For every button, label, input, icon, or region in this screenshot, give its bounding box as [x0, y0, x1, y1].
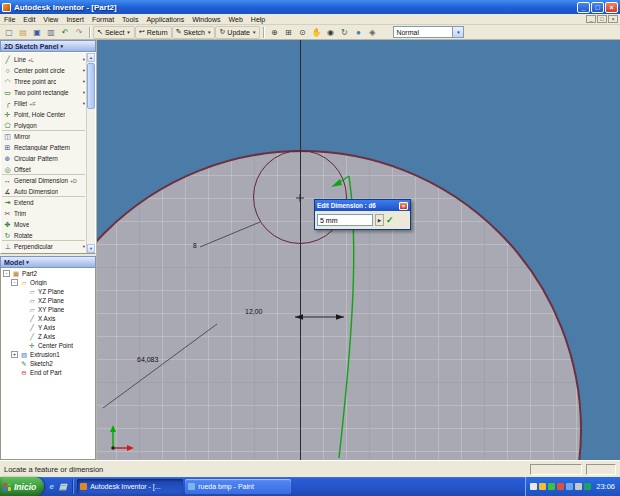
update-button[interactable]: ↻ Update ▼ [215, 26, 260, 39]
sketch-tool-item[interactable]: ✛ Point, Hole Center [2, 109, 85, 120]
tree-node[interactable]: ╱ Y Axis [1, 323, 95, 332]
sketch-tool-item[interactable]: ⇥ Extend [2, 197, 85, 208]
tree-node[interactable]: - ▱ Origin [1, 278, 95, 287]
scroll-up-icon[interactable]: ▲ [87, 53, 95, 62]
chevron-down-icon[interactable]: ▾ [83, 244, 85, 249]
taskbar-clock[interactable]: 23:06 [596, 482, 615, 491]
show-desktop-icon[interactable]: ▤ [58, 482, 67, 491]
tree-node-label[interactable]: Y Axis [38, 324, 55, 331]
tree-node-label[interactable]: Center Point [38, 342, 73, 349]
tray-icon-2[interactable] [539, 483, 546, 490]
look-at-icon[interactable]: ◉ [323, 26, 337, 39]
menu-item[interactable]: Web [225, 16, 247, 23]
chevron-down-icon[interactable]: ▼ [453, 26, 464, 38]
maximize-button[interactable]: □ [591, 2, 604, 13]
style-combo[interactable]: Normal ▼ [393, 26, 464, 38]
dimension-label[interactable]: 64,083 [137, 356, 158, 363]
select-button[interactable]: ↖ Select ▼ [93, 26, 135, 39]
tree-node[interactable]: ▱ XY Plane [1, 305, 95, 314]
chevron-down-icon[interactable]: ▾ [83, 68, 85, 73]
zoom-all-icon[interactable]: ⊕ [267, 26, 281, 39]
flyout-arrow-icon[interactable]: ▶ [375, 214, 384, 226]
taskbar-task-button[interactable]: Autodesk Inventor - [... [77, 479, 183, 494]
sketch-button[interactable]: ✎ Sketch ▼ [172, 26, 216, 39]
tree-node-label[interactable]: Sketch2 [30, 360, 53, 367]
rotate-view-icon[interactable]: ↻ [337, 26, 351, 39]
tree-node-label[interactable]: Origin [30, 279, 47, 286]
sketch-tool-item[interactable]: ✂ Trim [2, 208, 85, 219]
start-button[interactable]: Inicio [0, 477, 44, 496]
chevron-down-icon[interactable]: ▾ [83, 79, 85, 84]
scrollbar-thumb[interactable] [87, 63, 95, 109]
sketch-tool-item[interactable]: ◎ Offset [2, 164, 85, 175]
mdi-close-button[interactable]: × [608, 15, 618, 23]
tree-node-label[interactable]: Part2 [22, 270, 37, 277]
tree-node-label[interactable]: YZ Plane [38, 288, 64, 295]
tree-node[interactable]: ▱ XZ Plane [1, 296, 95, 305]
tree-node[interactable]: ▱ YZ Plane [1, 287, 95, 296]
tray-icon-1[interactable] [530, 483, 537, 490]
sketch-tool-item[interactable]: ○ Center point circle ▾ [2, 65, 85, 76]
menu-item[interactable]: View [39, 16, 62, 23]
menu-item[interactable]: Edit [19, 16, 39, 23]
sketch-tool-item[interactable]: ▭ Two point rectangle ▾ [2, 87, 85, 98]
sketch-panel-header[interactable]: 2D Sketch Panel ▾ [0, 40, 96, 52]
menu-item[interactable]: Windows [188, 16, 224, 23]
tree-expander[interactable]: + [11, 351, 18, 358]
dimension-value-input[interactable] [317, 214, 373, 226]
dialog-close-button[interactable]: × [399, 202, 408, 210]
sketch-tool-item[interactable]: ╭ Fillet +F ▾ [2, 98, 85, 109]
tree-expander[interactable]: - [11, 279, 18, 286]
close-button[interactable]: × [605, 2, 618, 13]
sketch-panel-scrollbar[interactable]: ▲ ▼ [86, 53, 95, 253]
tray-icon-4[interactable] [557, 483, 564, 490]
tray-icon-3[interactable] [548, 483, 555, 490]
chevron-down-icon[interactable]: ▾ [83, 57, 85, 62]
chevron-down-icon[interactable]: ▾ [83, 101, 85, 106]
tree-node-label[interactable]: End of Part [30, 369, 62, 376]
tree-node-label[interactable]: XZ Plane [38, 297, 64, 304]
sketch-tool-item[interactable]: ∡ Auto Dimension [2, 186, 85, 197]
chevron-down-icon[interactable]: ▾ [83, 90, 85, 95]
tree-node-label[interactable]: Extrusion1 [30, 351, 60, 358]
sketch-tool-item[interactable]: ⊛ Circular Pattern [2, 153, 85, 164]
model-panel-header[interactable]: Model ▾ [0, 256, 96, 268]
scroll-down-icon[interactable]: ▼ [87, 244, 95, 253]
tree-node[interactable]: ╱ X Axis [1, 314, 95, 323]
sketch-tool-item[interactable]: ↻ Rotate [2, 230, 85, 241]
menu-item[interactable]: Help [247, 16, 269, 23]
menu-item[interactable]: File [0, 16, 19, 23]
drawing-canvas[interactable]: 12,00 64,083 8 Edit Dimension : d6 × ▶ ✓ [97, 40, 620, 460]
zoom-window-icon[interactable]: ⊞ [281, 26, 295, 39]
tray-icon-6[interactable] [575, 483, 582, 490]
taskbar-task-button[interactable]: rueda bmp - Paint [185, 479, 291, 494]
sketch-tool-item[interactable]: ╱ Line +L ▾ [2, 54, 85, 65]
tree-node-label[interactable]: Z Axis [38, 333, 55, 340]
tree-node[interactable]: ✎ Sketch2 [1, 359, 95, 368]
menu-item[interactable]: Tools [118, 16, 142, 23]
tree-node[interactable]: ╱ Z Axis [1, 332, 95, 341]
tree-node-label[interactable]: XY Plane [38, 306, 64, 313]
dimension-label[interactable]: 12,00 [245, 308, 263, 315]
camera-icon[interactable]: ◈ [365, 26, 379, 39]
shaded-icon[interactable]: ● [351, 26, 365, 39]
mdi-minimize-button[interactable]: _ [586, 15, 596, 23]
tree-expander[interactable]: - [3, 270, 10, 277]
tree-node-label[interactable]: X Axis [38, 315, 56, 322]
minimize-button[interactable]: _ [577, 2, 590, 13]
return-button[interactable]: ↩ Return [135, 26, 172, 39]
sketch-tool-item[interactable]: ⬠ Polygon [2, 120, 85, 131]
tree-node[interactable]: + ▧ Extrusion1 [1, 350, 95, 359]
sketch-tool-item[interactable]: ◫ Mirror [2, 131, 85, 142]
sketch-tool-item[interactable]: ✥ Move [2, 219, 85, 230]
sketch-tool-item[interactable]: ⊞ Rectangular Pattern [2, 142, 85, 153]
sketch-tool-item[interactable]: ⊥ Perpendicular ▾ [2, 241, 85, 252]
tree-node[interactable]: ✛ Center Point [1, 341, 95, 350]
sketch-tool-item[interactable]: ↔ General Dimension +D [2, 175, 85, 186]
dialog-titlebar[interactable]: Edit Dimension : d6 × [315, 200, 410, 211]
zoom-icon[interactable]: ⊙ [295, 26, 309, 39]
tray-icon-5[interactable] [566, 483, 573, 490]
menu-item[interactable]: Format [88, 16, 118, 23]
menu-item[interactable]: Applications [142, 16, 188, 23]
style-combo-value[interactable]: Normal [393, 26, 453, 38]
